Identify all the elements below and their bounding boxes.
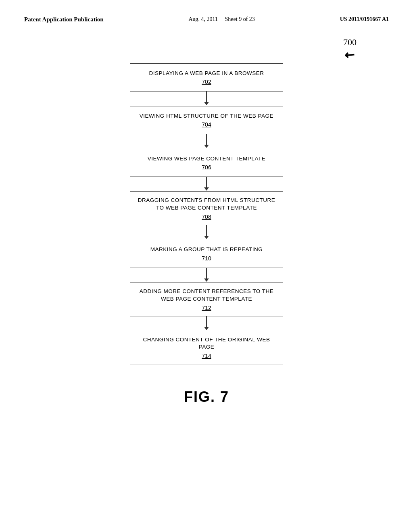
flow-box-714: CHANGING CONTENT OF THE ORIGINAL WEB PAG…	[130, 331, 283, 365]
flow-arrow-2	[204, 134, 209, 149]
flow-box-710: MARKING A GROUP THAT IS REPEATING 710	[130, 240, 283, 268]
flow-box-710-number: 710	[202, 255, 211, 262]
page-header: Patent Application Publication Aug. 4, 2…	[0, 0, 413, 31]
flow-arrow-1	[204, 91, 209, 106]
flow-box-702-number: 702	[202, 79, 211, 85]
flow-box-712-number: 712	[202, 305, 211, 311]
flow-box-714-text: CHANGING CONTENT OF THE ORIGINAL WEB PAG…	[137, 336, 276, 351]
flow-box-712-text: ADDING MORE CONTENT REFERENCES TO THE WE…	[137, 288, 276, 303]
header-patent-number: US 2011/0191667 A1	[340, 16, 389, 23]
flow-box-708-text: DRAGGING CONTENTS FROM HTML STRUCTURE TO…	[137, 197, 276, 212]
diagram-container: 700 ↙ DISPLAYING A WEB PAGE IN A BROWSER…	[0, 31, 413, 414]
flow-box-704-number: 704	[202, 121, 211, 128]
figure-number-area: 700 ↙	[343, 37, 357, 62]
header-sheet: Sheet 9 of 23	[225, 16, 255, 22]
figure-caption: FIG. 7	[184, 389, 229, 405]
flow-arrow-5	[204, 268, 209, 283]
flow-box-704-text: VIEWING HTML STRUCTURE OF THE WEB PAGE	[140, 112, 273, 120]
flow-box-702-text: DISPLAYING A WEB PAGE IN A BROWSER	[149, 70, 264, 77]
flow-arrow-4	[204, 225, 209, 240]
flow-arrow-6	[204, 316, 209, 331]
flow-box-706: VIEWING WEB PAGE CONTENT TEMPLATE 706	[130, 149, 283, 177]
flow-box-708-number: 708	[202, 214, 211, 220]
header-publication-label: Patent Application Publication	[24, 16, 104, 23]
flow-box-706-text: VIEWING WEB PAGE CONTENT TEMPLATE	[148, 155, 265, 163]
flow-box-712: ADDING MORE CONTENT REFERENCES TO THE WE…	[130, 283, 283, 316]
flow-box-702: DISPLAYING A WEB PAGE IN A BROWSER 702	[130, 63, 283, 91]
flow-box-704: VIEWING HTML STRUCTURE OF THE WEB PAGE 7…	[130, 106, 283, 134]
flow-box-710-text: MARKING A GROUP THAT IS REPEATING	[150, 246, 263, 254]
header-date: Aug. 4, 2011	[188, 16, 218, 22]
arrow-indicator: ↙	[342, 46, 359, 63]
flow-box-714-number: 714	[202, 353, 211, 359]
flow-box-708: DRAGGING CONTENTS FROM HTML STRUCTURE TO…	[130, 191, 283, 225]
flow-box-706-number: 706	[202, 164, 211, 170]
flow-arrow-3	[204, 177, 209, 191]
flowchart: DISPLAYING A WEB PAGE IN A BROWSER 702 V…	[24, 63, 389, 364]
header-date-sheet: Aug. 4, 2011 Sheet 9 of 23	[188, 16, 254, 23]
